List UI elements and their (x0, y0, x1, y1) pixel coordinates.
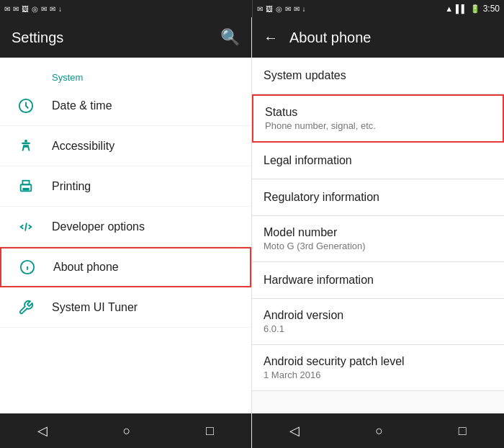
back-nav-icon[interactable]: ◁ (37, 423, 48, 439)
sidebar-item-ui-tuner[interactable]: System UI Tuner (0, 287, 251, 328)
location-icon-r: ◎ (276, 5, 282, 13)
system-section-label: System (0, 63, 251, 86)
msg4-icon: ✉ (50, 5, 55, 13)
msg3-icon-r: ✉ (285, 5, 291, 13)
developer-icon (12, 219, 40, 235)
developer-label: Developer options (52, 220, 145, 233)
security-patch-sub: 1 March 2016 (264, 369, 492, 380)
android-version-item[interactable]: Android version 6.0.1 (252, 299, 504, 345)
settings-title: Settings (12, 30, 63, 46)
svg-point-1 (24, 139, 27, 142)
about-phone-label: About phone (53, 261, 119, 274)
sidebar-item-date-time[interactable]: Date & time (0, 86, 251, 126)
status-title: Status (265, 106, 491, 119)
regulatory-info-item[interactable]: Regulatory information (252, 179, 504, 216)
sidebar-item-printing[interactable]: Printing (0, 166, 251, 207)
back-button[interactable]: ← (264, 30, 278, 46)
left-bottom-nav: ◁ ○ □ (0, 413, 251, 448)
date-time-label: Date & time (52, 99, 112, 112)
msg4-icon-r: ✉ (294, 5, 300, 13)
wrench-icon (12, 300, 40, 315)
arrow-icon-r: ↓ (302, 5, 306, 13)
printing-label: Printing (52, 180, 91, 193)
left-header: Settings 🔍 (0, 17, 251, 58)
ui-tuner-label: System UI Tuner (52, 301, 138, 314)
left-panel: Settings 🔍 System Date & time Accessibil… (0, 17, 252, 448)
home-nav-icon-r[interactable]: ○ (375, 424, 383, 439)
msg2-icon: ✉ (13, 5, 19, 13)
status-item[interactable]: Status Phone number, signal, etc. (252, 94, 504, 143)
sidebar-item-about-phone[interactable]: About phone (0, 247, 251, 287)
system-updates-item[interactable]: System updates (252, 58, 504, 94)
main-content: Settings 🔍 System Date & time Accessibil… (0, 17, 504, 448)
search-icon[interactable]: 🔍 (220, 28, 240, 47)
msg-icon: ✉ (4, 5, 10, 13)
security-patch-item[interactable]: Android security patch level 1 March 201… (252, 345, 504, 391)
recent-nav-icon-r[interactable]: □ (459, 424, 467, 439)
status-bar-left: ✉ ✉ 🖼 ◎ ✉ ✉ ↓ (0, 0, 252, 17)
svg-rect-4 (22, 180, 29, 184)
wifi-icon: ▲ (445, 4, 453, 13)
img-icon-r: 🖼 (266, 5, 273, 13)
sidebar-item-accessibility[interactable]: Accessibility (0, 126, 251, 166)
status-sub: Phone number, signal, etc. (265, 120, 491, 131)
recent-nav-icon[interactable]: □ (206, 424, 214, 439)
settings-list: System Date & time Accessibility (0, 58, 251, 413)
location-icon: ◎ (32, 5, 38, 13)
model-number-item[interactable]: Model number Moto G (3rd Generation) (252, 216, 504, 262)
model-sub: Moto G (3rd Generation) (264, 241, 492, 251)
regulatory-title: Regulatory information (264, 191, 492, 204)
status-bar: ✉ ✉ 🖼 ◎ ✉ ✉ ↓ ✉ 🖼 ◎ ✉ ✉ ↓ ▲ ▌▌ 🔋 3:50 (0, 0, 504, 17)
accessibility-label: Accessibility (52, 140, 114, 153)
img-icon: 🖼 (22, 5, 29, 13)
android-version-title: Android version (264, 309, 492, 322)
system-updates-title: System updates (264, 69, 492, 82)
time-display: 3:50 (483, 4, 500, 14)
right-header: ← About phone (252, 17, 504, 58)
accessibility-icon (12, 138, 40, 154)
android-version-sub: 6.0.1 (264, 323, 492, 334)
arrow-icon: ↓ (58, 5, 62, 13)
right-bottom-nav: ◁ ○ □ (252, 413, 504, 448)
msg-icon-r: ✉ (257, 5, 263, 13)
legal-info-item[interactable]: Legal information (252, 143, 504, 179)
about-phone-title: About phone (289, 30, 371, 46)
back-nav-icon-r[interactable]: ◁ (289, 423, 300, 439)
signal-icon: ▌▌ (456, 4, 467, 13)
clock-icon (12, 98, 40, 114)
info-icon (13, 259, 42, 275)
msg3-icon: ✉ (41, 5, 47, 13)
svg-rect-3 (22, 187, 29, 190)
hardware-title: Hardware information (264, 274, 492, 287)
about-phone-list: System updates Status Phone number, sign… (252, 58, 504, 413)
status-bar-right: ✉ 🖼 ◎ ✉ ✉ ↓ ▲ ▌▌ 🔋 3:50 (253, 0, 505, 17)
battery-icon: 🔋 (470, 4, 480, 14)
security-patch-title: Android security patch level (264, 355, 492, 368)
home-nav-icon[interactable]: ○ (123, 424, 131, 439)
right-panel: ← About phone System updates Status Phon… (252, 17, 504, 448)
hardware-info-item[interactable]: Hardware information (252, 262, 504, 299)
legal-title: Legal information (264, 154, 492, 167)
print-icon (12, 179, 40, 194)
model-title: Model number (264, 226, 492, 239)
sidebar-item-developer[interactable]: Developer options (0, 207, 251, 247)
